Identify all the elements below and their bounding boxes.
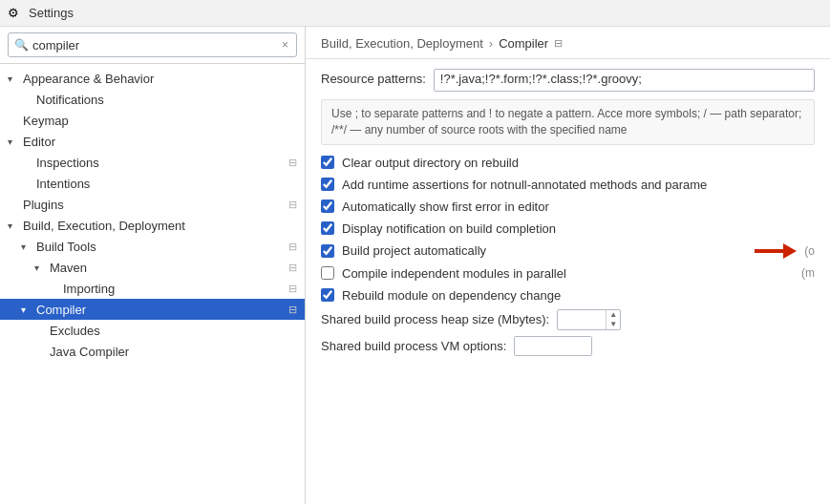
- arrow-indicator: [755, 243, 797, 259]
- heap-size-input-wrapper: ▲ ▼: [557, 309, 621, 330]
- checkbox-clear-output[interactable]: [321, 156, 334, 169]
- sidebar-item-java-compiler[interactable]: Java Compiler: [0, 341, 305, 362]
- title-text: Settings: [29, 6, 74, 20]
- sidebar-label-notifications: Notifications: [36, 93, 297, 107]
- search-bar: 🔍 ×: [0, 27, 305, 64]
- gear-icon-maven: ⊟: [288, 262, 297, 274]
- search-input[interactable]: [32, 38, 280, 52]
- gear-icon-build-tools: ⊟: [288, 241, 297, 253]
- search-icon: 🔍: [14, 38, 29, 52]
- sidebar-item-notifications[interactable]: Notifications: [0, 89, 305, 110]
- sidebar-label-intentions: Intentions: [36, 177, 297, 191]
- sidebar-item-maven[interactable]: ▾Maven⊟: [0, 257, 305, 278]
- sidebar-item-intentions[interactable]: Intentions: [0, 173, 305, 194]
- search-wrapper[interactable]: 🔍 ×: [8, 32, 297, 57]
- option-suffix-build-automatically: (o: [804, 244, 815, 258]
- expand-icon-build: ▾: [8, 220, 21, 231]
- vm-options-label: Shared build process VM options:: [321, 339, 506, 353]
- gear-icon-compiler: ⊟: [288, 304, 297, 316]
- option-suffix-compile-parallel: (m: [801, 266, 815, 280]
- sidebar-item-compiler[interactable]: ▾Compiler⊟: [0, 299, 305, 320]
- breadcrumb-current: Compiler: [499, 36, 548, 51]
- resource-patterns-label: Resource patterns:: [321, 69, 426, 86]
- sidebar-label-excludes: Excludes: [50, 324, 297, 338]
- sidebar-label-importing: Importing: [63, 282, 285, 296]
- checkbox-rebuild-dependency[interactable]: [321, 288, 334, 302]
- heap-size-row: Shared build process heap size (Mbytes):…: [321, 309, 815, 330]
- title-bar: ⚙ Settings: [0, 0, 830, 27]
- resource-patterns-row: Resource patterns: !?*.java;!?*.form;!?*…: [321, 69, 815, 92]
- sidebar-label-editor: Editor: [23, 135, 297, 149]
- checkbox-show-first-error[interactable]: [321, 200, 334, 213]
- option-row-rebuild-dependency: Rebuild module on dependency change: [321, 287, 815, 304]
- heap-size-spinner: ▲ ▼: [606, 310, 620, 329]
- option-row-runtime-assertions: Add runtime assertions for notnull-annot…: [321, 177, 815, 193]
- option-label-display-notification: Display notification on build completion: [342, 221, 815, 236]
- breadcrumb-icon: ⊟: [554, 37, 563, 50]
- sidebar-label-inspections: Inspections: [36, 156, 285, 170]
- checkbox-compile-parallel[interactable]: [321, 266, 334, 280]
- arrow-shaft: [755, 249, 783, 253]
- spin-up-button[interactable]: ▲: [607, 310, 620, 320]
- breadcrumb-parent: Build, Execution, Deployment: [321, 36, 483, 51]
- sidebar-label-keymap: Keymap: [23, 114, 297, 128]
- heap-size-input[interactable]: [558, 310, 606, 328]
- content-header: Build, Execution, Deployment › Compiler …: [306, 27, 830, 59]
- sidebar-label-plugins: Plugins: [23, 198, 285, 212]
- main-layout: 🔍 × ▾Appearance & BehaviorNotificationsK…: [0, 27, 830, 504]
- heap-size-label: Shared build process heap size (Mbytes):: [321, 312, 549, 326]
- sidebar-item-appearance[interactable]: ▾Appearance & Behavior: [0, 68, 305, 89]
- sidebar-item-excludes[interactable]: Excludes: [0, 320, 305, 341]
- sidebar-item-build[interactable]: ▾Build, Execution, Deployment: [0, 215, 305, 236]
- checkbox-runtime-assertions[interactable]: [321, 178, 334, 191]
- sidebar: 🔍 × ▾Appearance & BehaviorNotificationsK…: [0, 27, 306, 504]
- sidebar-item-inspections[interactable]: Inspections⊟: [0, 152, 305, 173]
- option-label-clear-output: Clear output directory on rebuild: [342, 156, 815, 170]
- content-body: Resource patterns: !?*.java;!?*.form;!?*…: [306, 59, 830, 504]
- sidebar-item-build-tools[interactable]: ▾Build Tools⊟: [0, 236, 305, 257]
- hint-box: Use ; to separate patterns and ! to nega…: [321, 99, 815, 145]
- option-row-show-first-error: Automatically show first error in editor: [321, 199, 815, 215]
- expand-icon-maven: ▾: [34, 262, 48, 273]
- sidebar-item-plugins[interactable]: Plugins⊟: [0, 194, 305, 215]
- expand-icon-build-tools: ▾: [21, 242, 34, 252]
- option-row-build-automatically: Build project automatically(o: [321, 242, 815, 260]
- sidebar-item-importing[interactable]: Importing⊟: [0, 278, 305, 299]
- sidebar-tree: ▾Appearance & BehaviorNotificationsKeyma…: [0, 64, 305, 504]
- sidebar-label-appearance: Appearance & Behavior: [23, 72, 297, 86]
- sidebar-label-java-compiler: Java Compiler: [50, 345, 297, 359]
- breadcrumb-separator: ›: [489, 36, 493, 51]
- sidebar-item-keymap[interactable]: Keymap: [0, 110, 305, 131]
- content-area: Build, Execution, Deployment › Compiler …: [306, 27, 830, 504]
- search-clear-button[interactable]: ×: [280, 38, 290, 52]
- option-row-compile-parallel: Compile independent modules in parallel(…: [321, 265, 815, 282]
- option-label-runtime-assertions: Add runtime assertions for notnull-annot…: [342, 178, 815, 192]
- vm-options-row: Shared build process VM options:: [321, 336, 815, 356]
- option-row-display-notification: Display notification on build completion: [321, 220, 815, 237]
- expand-icon-compiler: ▾: [21, 304, 34, 315]
- sidebar-label-build-tools: Build Tools: [36, 240, 285, 254]
- app-icon: ⚙: [8, 6, 23, 21]
- sidebar-label-maven: Maven: [50, 261, 285, 275]
- option-row-clear-output: Clear output directory on rebuild: [321, 155, 815, 171]
- spin-down-button[interactable]: ▼: [607, 320, 620, 329]
- gear-icon-importing: ⊟: [288, 283, 297, 295]
- vm-options-input[interactable]: [515, 337, 591, 355]
- sidebar-label-build: Build, Execution, Deployment: [23, 219, 297, 233]
- checkbox-display-notification[interactable]: [321, 221, 334, 235]
- checkbox-build-automatically[interactable]: [321, 244, 334, 258]
- expand-icon-editor: ▾: [8, 136, 21, 147]
- option-label-show-first-error: Automatically show first error in editor: [342, 200, 815, 214]
- sidebar-label-compiler: Compiler: [36, 303, 285, 317]
- gear-icon-inspections: ⊟: [288, 157, 297, 169]
- resource-patterns-input[interactable]: !?*.java;!?*.form;!?*.class;!?*.groovy;: [434, 69, 815, 92]
- sidebar-item-editor[interactable]: ▾Editor: [0, 131, 305, 152]
- expand-icon-appearance: ▾: [8, 74, 21, 84]
- gear-icon-plugins: ⊟: [288, 199, 297, 211]
- option-label-compile-parallel: Compile independent modules in parallel: [342, 266, 794, 281]
- option-label-build-automatically: Build project automatically: [342, 243, 743, 258]
- arrow-right: [783, 243, 797, 259]
- options-container: Clear output directory on rebuildAdd run…: [321, 155, 815, 304]
- option-label-rebuild-dependency: Rebuild module on dependency change: [342, 288, 815, 303]
- vm-options-input-wrapper: [514, 336, 592, 356]
